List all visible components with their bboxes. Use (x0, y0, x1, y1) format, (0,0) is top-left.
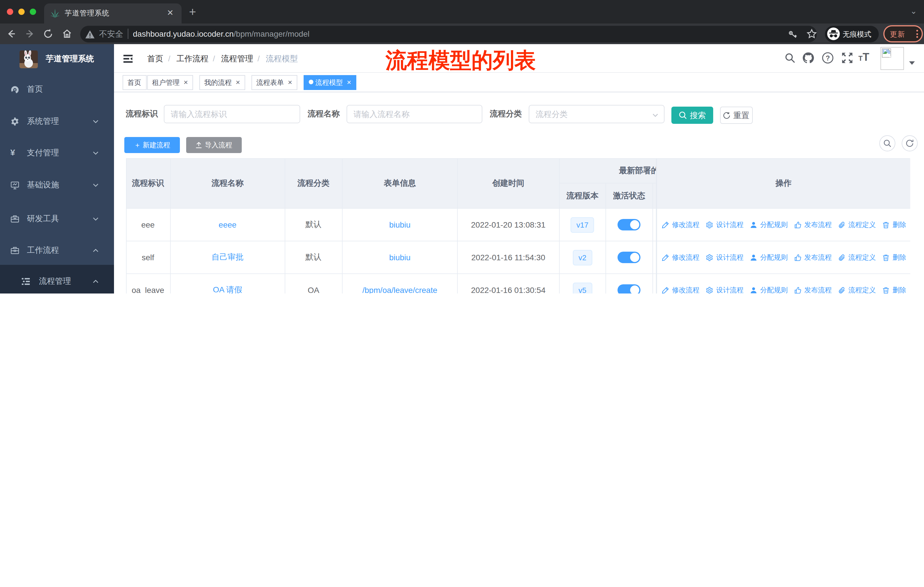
svg-text:?: ? (825, 54, 830, 62)
